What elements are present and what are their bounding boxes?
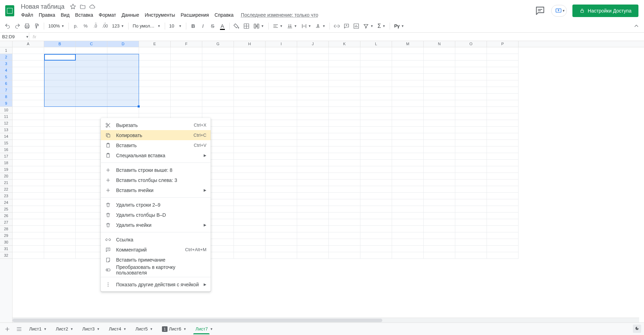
row-header[interactable]: 10 [0, 107, 12, 113]
print-button[interactable] [23, 22, 31, 31]
ctx-delete-cells[interactable]: Удалить ячейки▶ [101, 220, 211, 230]
menu-data[interactable]: Данные [119, 11, 142, 18]
star-icon[interactable] [70, 3, 76, 10]
select-all-corner[interactable] [0, 41, 13, 47]
increase-decimal-button[interactable]: →.00 [101, 22, 109, 31]
row-header[interactable]: 5 [0, 74, 12, 80]
horizontal-scrollbar[interactable] [13, 318, 639, 322]
spreadsheet-grid[interactable]: ABCDEFGHIJKLMNOP 12345678910111213141516… [0, 41, 644, 322]
row-header[interactable]: 17 [0, 153, 12, 160]
column-header[interactable]: D [107, 41, 139, 47]
row-header[interactable]: 31 [0, 246, 12, 252]
column-header[interactable]: G [202, 41, 234, 47]
column-header[interactable]: K [329, 41, 360, 47]
all-sheets-button[interactable] [14, 324, 24, 334]
move-icon[interactable] [79, 3, 86, 10]
column-header[interactable]: P [487, 41, 519, 47]
column-header[interactable]: J [297, 41, 329, 47]
ctx-more-actions[interactable]: Показать другие действия с ячейкой▶ [101, 279, 211, 289]
sheet-tab[interactable]: Лист3▼ [79, 324, 104, 334]
font-family-combo[interactable]: По умолча...▼ [131, 22, 162, 31]
ctx-paste[interactable]: ВставитьCtrl+V [101, 140, 211, 150]
sheet-tab-dropdown-icon[interactable]: ▼ [209, 327, 214, 331]
column-header[interactable]: E [139, 41, 171, 47]
formula-input[interactable] [40, 33, 644, 41]
row-header[interactable]: 7 [0, 87, 12, 94]
column-header[interactable]: B [44, 41, 76, 47]
explore-button[interactable] [633, 325, 641, 333]
addons-py-button[interactable]: Pγ▼ [393, 22, 406, 31]
document-name[interactable]: Новая таблица [19, 2, 67, 11]
row-header[interactable]: 2 [0, 54, 12, 61]
menu-extensions[interactable]: Расширения [178, 11, 211, 18]
menu-tools[interactable]: Инструменты [142, 11, 177, 18]
sheet-tab[interactable]: 1Лист6▼ [158, 324, 190, 334]
row-header[interactable]: 11 [0, 113, 12, 120]
text-wrap-button[interactable]: ▼ [300, 22, 313, 31]
undo-button[interactable] [3, 22, 12, 31]
ctx-comment[interactable]: КомментарийCtrl+Alt+M [101, 245, 211, 255]
cloud-status-icon[interactable] [89, 3, 96, 10]
ctx-insert-cols[interactable]: Вставить столбцы слева: 3 [101, 175, 211, 185]
sheet-tab-dropdown-icon[interactable]: ▼ [183, 327, 187, 331]
zoom-combo[interactable]: 100%▼ [47, 22, 66, 31]
column-header[interactable]: I [266, 41, 297, 47]
column-header[interactable]: L [360, 41, 392, 47]
name-box[interactable]: B2:D9▼ [0, 33, 29, 41]
ctx-copy[interactable]: КопироватьCtrl+C [101, 130, 211, 140]
present-button[interactable]: ▼ [551, 5, 567, 17]
ctx-insert-rows[interactable]: Вставить строки выше: 8 [101, 165, 211, 175]
ctx-insert-cells[interactable]: Вставить ячейки▶ [101, 185, 211, 195]
row-header[interactable]: 22 [0, 186, 12, 193]
column-header[interactable]: H [234, 41, 266, 47]
sheets-logo[interactable] [3, 5, 16, 17]
v-align-button[interactable]: ▼ [286, 22, 299, 31]
fill-color-button[interactable] [233, 22, 241, 31]
row-header[interactable]: 28 [0, 226, 12, 232]
strikethrough-button[interactable]: S [209, 22, 217, 31]
menu-help[interactable]: Справка [212, 11, 236, 18]
sheet-tab[interactable]: Лист5▼ [132, 324, 157, 334]
comments-history-icon[interactable] [535, 5, 546, 16]
menu-edit[interactable]: Правка [36, 11, 57, 18]
row-header[interactable]: 13 [0, 127, 12, 133]
sheet-tab-dropdown-icon[interactable]: ▼ [43, 327, 47, 331]
row-header[interactable]: 21 [0, 180, 12, 186]
column-header[interactable]: M [392, 41, 424, 47]
paint-format-button[interactable] [33, 22, 41, 31]
row-header[interactable]: 20 [0, 173, 12, 180]
column-header[interactable]: C [76, 41, 107, 47]
row-header[interactable]: 1 [0, 47, 12, 54]
insert-link-button[interactable] [333, 22, 341, 31]
text-rotation-button[interactable]: ▼ [314, 22, 327, 31]
row-header[interactable]: 12 [0, 120, 12, 127]
format-currency-button[interactable]: р. [72, 22, 80, 31]
row-header[interactable]: 27 [0, 219, 12, 226]
share-button[interactable]: Настройки Доступа [572, 5, 638, 17]
row-header[interactable]: 25 [0, 206, 12, 213]
sheet-tab[interactable]: Лист1▼ [26, 324, 51, 334]
text-color-button[interactable]: A [218, 22, 227, 31]
ctx-paste-special[interactable]: Специальная вставка▶ [101, 150, 211, 160]
h-align-button[interactable]: ▼ [271, 22, 284, 31]
font-size-combo[interactable]: 10▼ [168, 22, 183, 31]
row-header[interactable]: 15 [0, 140, 12, 146]
row-header[interactable]: 30 [0, 239, 12, 246]
ctx-link[interactable]: Ссылка [101, 234, 211, 245]
row-header[interactable]: 6 [0, 80, 12, 87]
ctx-smartchip[interactable]: Преобразовать в карточку пользователя [101, 265, 211, 275]
row-header[interactable]: 26 [0, 213, 12, 219]
ctx-cut[interactable]: ВырезатьCtrl+X [101, 120, 211, 130]
row-header[interactable]: 9 [0, 100, 12, 107]
menu-format[interactable]: Формат [96, 11, 119, 18]
column-header[interactable]: O [455, 41, 487, 47]
row-header[interactable]: 19 [0, 166, 12, 173]
menu-insert[interactable]: Вставка [73, 11, 96, 18]
create-filter-button[interactable]: ▼ [362, 22, 375, 31]
last-edit-link[interactable]: Последнее изменение: только что [241, 12, 318, 18]
add-sheet-button[interactable] [2, 324, 13, 334]
row-header[interactable]: 32 [0, 252, 12, 259]
sheet-tab-dropdown-icon[interactable]: ▼ [70, 327, 74, 331]
row-header[interactable]: 14 [0, 133, 12, 140]
menu-file[interactable]: Файл [19, 11, 35, 18]
